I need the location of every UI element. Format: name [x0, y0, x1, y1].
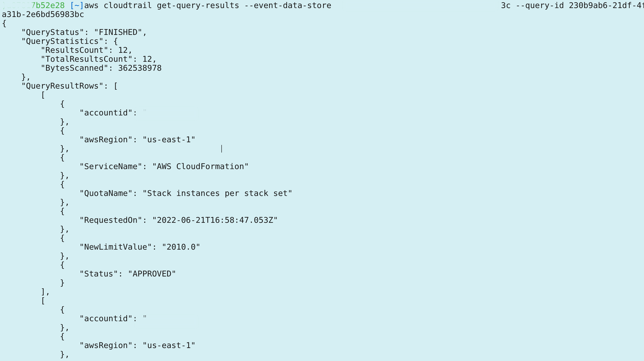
json-obj-open: {	[2, 305, 65, 314]
json-obj-close: },	[2, 198, 70, 207]
json-bytes-scanned: "BytesScanned": 362538978	[2, 63, 162, 72]
json-rows-open: "QueryResultRows": [	[2, 81, 118, 90]
json-awsregion: "awsRegion": "us-east-1"	[2, 135, 196, 144]
json-obj-close: },	[2, 251, 70, 260]
json-quotaname: "QuotaName": "Stack instances per stack …	[2, 188, 292, 198]
json-query-status: "QueryStatus": "FINISHED",	[2, 28, 147, 37]
command-tail: 3c --query-id 230b9ab6-21df-4f86-	[501, 1, 644, 10]
json-accountid-2: "accountid": "	[2, 314, 210, 323]
command-wrap: a31b-2e6bd56983bc	[2, 10, 84, 19]
json-obj-close: },	[2, 323, 70, 332]
json-row1-open: [	[2, 296, 46, 305]
json-obj-close: },	[2, 350, 70, 359]
json-stats-open: "QueryStatistics": {	[2, 36, 118, 46]
json-open: {	[2, 18, 7, 28]
json-obj-close: },	[2, 171, 70, 180]
json-awsregion-2: "awsRegion": "us-east-1"	[2, 341, 196, 350]
prompt-path: [~]	[70, 1, 84, 10]
json-accountid: "accountid": "	[2, 108, 210, 117]
json-newlimitvalue: "NewLimitValue": "2010.0"	[2, 242, 200, 252]
text-cursor	[222, 145, 222, 152]
json-obj-open: {	[2, 153, 65, 162]
json-obj-open: {	[2, 206, 65, 216]
json-obj-open: {	[2, 126, 65, 135]
prompt-host-prefix: )	[2, 1, 7, 10]
json-servicename: "ServiceName": "AWS CloudFormation"	[2, 162, 249, 171]
json-results-count: "ResultsCount": 12,	[2, 46, 132, 54]
json-row0-close: ],	[2, 287, 50, 296]
json-stats-close: },	[2, 72, 31, 82]
json-row0-open: [	[2, 90, 46, 99]
json-obj-open: {	[2, 180, 65, 189]
json-requestedon: "RequestedOn": "2022-06-21T16:58:47.053Z…	[2, 216, 278, 224]
json-obj-open: {	[2, 260, 65, 269]
json-total-results-count: "TotalResultsCount": 12,	[2, 54, 157, 64]
json-obj-open: {	[2, 233, 65, 242]
command-gap	[332, 1, 501, 10]
json-obj-close: },	[2, 224, 70, 234]
command-text: aws cloudtrail get-query-results --event…	[84, 1, 332, 10]
prompt-host: a07817b52e28	[7, 1, 65, 10]
json-status: "Status": "APPROVED"	[2, 269, 176, 278]
json-obj-close: },	[2, 117, 70, 126]
json-obj-open: {	[2, 332, 65, 341]
json-obj-close: },	[2, 144, 70, 153]
json-obj-close: }	[2, 278, 65, 287]
terminal-output[interactable]: )a07817b52e28 [~]aws cloudtrail get-quer…	[2, 1, 642, 359]
json-obj-open: {	[2, 99, 65, 108]
